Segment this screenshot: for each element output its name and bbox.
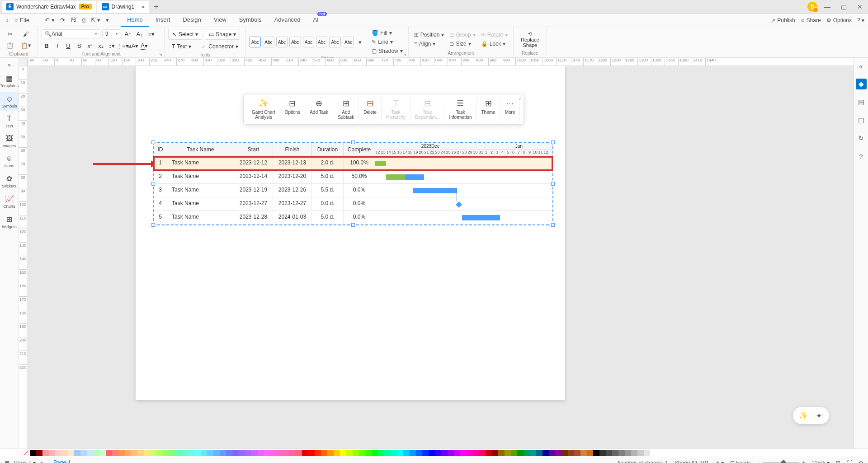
right-layers-button[interactable]: ▢: [856, 115, 867, 126]
fab-ai-button[interactable]: ✦: [813, 410, 825, 421]
color-swatch[interactable]: [213, 450, 220, 456]
color-swatch[interactable]: [644, 450, 650, 456]
page-tab-1[interactable]: Page-1: [48, 458, 76, 463]
app-tab[interactable]: E Wondershare EdrawMax Pro: [2, 1, 96, 13]
page-settings-icon[interactable]: ▦: [5, 460, 9, 463]
tab-ai[interactable]: AIhot: [307, 14, 325, 27]
color-swatch[interactable]: [42, 450, 49, 456]
gantt-bar-5[interactable]: [462, 215, 500, 220]
color-swatch[interactable]: [492, 450, 498, 456]
bold-button[interactable]: B: [42, 41, 52, 51]
size-button[interactable]: ⊡ Size▾: [448, 40, 477, 48]
format-painter-button[interactable]: 🖌: [18, 29, 34, 39]
color-swatch[interactable]: [517, 450, 524, 456]
share-button[interactable]: ∝ Share: [801, 17, 821, 23]
style-swatch-7[interactable]: Abc: [329, 37, 340, 47]
sel-handle-ml[interactable]: [151, 182, 155, 186]
color-swatch[interactable]: [467, 450, 473, 456]
superscript-button[interactable]: x²: [85, 41, 95, 51]
sidebar-item-charts[interactable]: 📈Charts: [0, 192, 19, 211]
save-button[interactable]: 🖫: [68, 15, 79, 25]
page[interactable]: ✨Gantt Chart Analysis ⊟Options ⊕Add Task…: [136, 66, 565, 400]
color-swatch[interactable]: [365, 450, 372, 456]
sel-handle-bc[interactable]: [351, 223, 355, 227]
gantt-options-button[interactable]: ⊟Options: [280, 97, 305, 122]
color-swatch[interactable]: [587, 450, 593, 456]
document-tab[interactable]: ▭ Drawing1 ●: [97, 1, 150, 13]
lock-button[interactable]: 🔒 Lock▾: [479, 40, 509, 48]
color-swatch[interactable]: [93, 450, 99, 456]
export-button[interactable]: ⇱ ▾: [88, 15, 104, 25]
color-swatch[interactable]: [580, 450, 587, 456]
color-swatch[interactable]: [125, 450, 131, 456]
color-swatch[interactable]: [315, 450, 321, 456]
publish-button[interactable]: ↗ Publish: [771, 17, 795, 23]
color-swatch[interactable]: [68, 450, 74, 456]
gantt-chart[interactable]: ID Task Name Start Finish Duration Compl…: [153, 142, 553, 225]
file-menu[interactable]: ≡ File: [11, 15, 33, 25]
color-swatch[interactable]: [416, 450, 422, 456]
redo-button[interactable]: ↷: [57, 15, 68, 25]
color-swatch[interactable]: [498, 450, 505, 456]
color-swatch[interactable]: [403, 450, 410, 456]
color-swatch[interactable]: [188, 450, 194, 456]
color-swatch[interactable]: [460, 450, 467, 456]
minimize-button[interactable]: —: [821, 0, 834, 13]
color-swatch[interactable]: [55, 450, 61, 456]
sel-handle-tc[interactable]: [351, 140, 355, 144]
canvas[interactable]: ✨Gantt Chart Analysis ⊟Options ⊕Add Task…: [27, 66, 854, 449]
color-swatch[interactable]: [258, 450, 264, 456]
color-swatch[interactable]: [422, 450, 429, 456]
underline-button[interactable]: U: [63, 41, 73, 51]
gantt-milestone-4[interactable]: [456, 201, 462, 208]
color-swatch[interactable]: [505, 450, 511, 456]
tab-symbols[interactable]: Symbols: [233, 14, 268, 27]
select-tool[interactable]: ↖ Select ▾: [168, 29, 202, 40]
color-swatch[interactable]: [137, 450, 144, 456]
tab-insert[interactable]: Insert: [149, 14, 177, 27]
color-swatch[interactable]: [270, 450, 277, 456]
user-avatar[interactable]: D: [807, 2, 817, 12]
paste-button[interactable]: 📋▾: [18, 40, 34, 51]
color-swatch[interactable]: [353, 450, 359, 456]
zoom-out-button[interactable]: −: [757, 460, 760, 463]
color-swatch[interactable]: [479, 450, 486, 456]
tab-advanced[interactable]: Advanced: [268, 14, 307, 27]
fit-page-button[interactable]: ⊡: [836, 460, 840, 463]
line-spacing-button[interactable]: ↕▾: [107, 41, 117, 51]
cut-button[interactable]: ✂: [4, 29, 16, 39]
strikethrough-button[interactable]: S: [74, 41, 84, 51]
increase-font-button[interactable]: A↑: [123, 29, 133, 39]
color-swatch[interactable]: [49, 450, 55, 456]
color-swatch[interactable]: [441, 450, 448, 456]
color-swatch[interactable]: [296, 450, 302, 456]
color-swatch[interactable]: [226, 450, 232, 456]
right-format-button[interactable]: ◆: [856, 79, 867, 89]
font-size-select[interactable]: 9▾: [102, 29, 121, 38]
color-swatch[interactable]: [384, 450, 391, 456]
color-swatch[interactable]: [650, 450, 656, 456]
color-swatch[interactable]: [536, 450, 542, 456]
font-expand-icon[interactable]: ↘: [159, 51, 162, 56]
color-swatch[interactable]: [372, 450, 378, 456]
color-swatch[interactable]: [612, 450, 618, 456]
color-swatch[interactable]: [194, 450, 201, 456]
color-swatch[interactable]: [429, 450, 435, 456]
line-button[interactable]: ✎ Line▾: [370, 38, 404, 46]
layers-icon[interactable]: ◈ ▾: [716, 460, 724, 463]
gantt-bar-2b[interactable]: [405, 174, 424, 180]
fill-button[interactable]: 🪣 Fill▾: [370, 29, 404, 37]
italic-button[interactable]: I: [52, 41, 62, 51]
delete-task-button[interactable]: ⊟Delete: [359, 97, 382, 122]
sel-handle-tr[interactable]: [551, 140, 555, 144]
close-tab-icon[interactable]: ●: [142, 4, 145, 10]
color-swatch[interactable]: [606, 450, 612, 456]
color-swatch[interactable]: [340, 450, 346, 456]
task-hierarchy-button[interactable]: ⊤Task Hierarchy: [382, 97, 410, 122]
color-swatch[interactable]: [359, 450, 365, 456]
color-swatch[interactable]: [283, 450, 289, 456]
sidebar-item-stickers[interactable]: ✿Stickers: [0, 172, 19, 191]
styles-expand-icon[interactable]: ↘: [403, 51, 406, 56]
font-color-button[interactable]: A▾: [139, 41, 149, 51]
gantt-row-5[interactable]: 5 Task Name 2023-12-28 2024-01-03 5.0 d.…: [154, 211, 552, 224]
